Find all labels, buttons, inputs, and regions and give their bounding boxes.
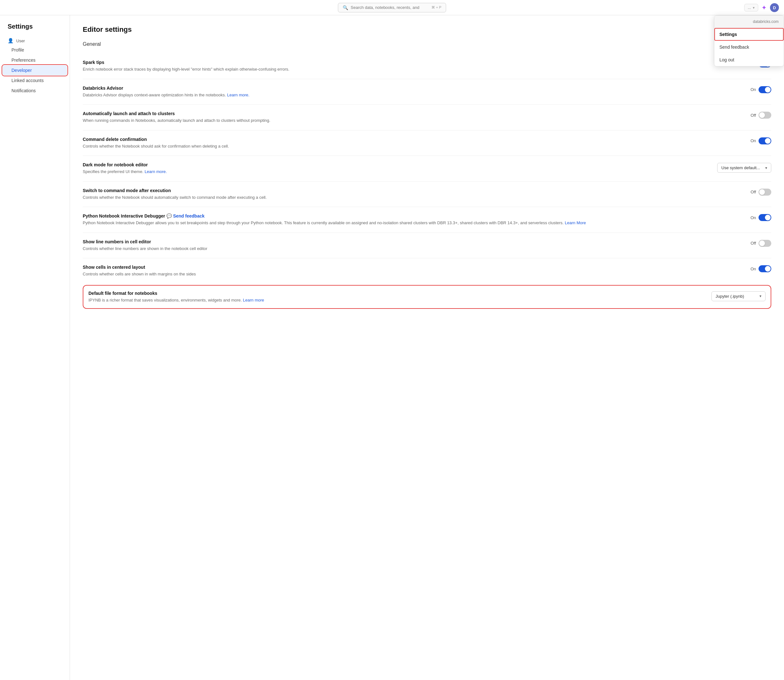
setting-desc-text: Controls whether the Notebook should ask…	[83, 144, 229, 148]
setting-title: Default file format for notebooks	[88, 291, 704, 296]
toggle-slider	[759, 137, 771, 145]
setting-title: Dark mode for notebook editor	[83, 162, 710, 167]
setting-title: Show cells in centered layout	[83, 264, 743, 270]
toggle-slider	[759, 86, 771, 93]
setting-desc-text: Controls whether the Notebook should aut…	[83, 195, 267, 200]
setting-control: Off	[751, 239, 771, 247]
setting-desc-text: Controls whether line numbers are shown …	[83, 246, 207, 251]
setting-row-centered-layout: Show cells in centered layout Controls w…	[83, 258, 771, 284]
dropdown-value: Use system default...	[721, 165, 760, 170]
setting-info: Default file format for notebooks IPYNB …	[88, 291, 704, 304]
toggle-switch[interactable]	[759, 189, 771, 195]
learn-more-link[interactable]: Learn more.	[144, 169, 167, 174]
topbar: 🔍 ⌘ + P ... ▾ ✦ D	[0, 0, 784, 15]
toggle-switch[interactable]	[759, 137, 771, 145]
setting-row-show-line-numbers: Show line numbers in cell editor Control…	[83, 233, 771, 258]
learn-more-link[interactable]: Learn more.	[227, 93, 249, 97]
setting-desc: When running commands in Notebooks, auto…	[83, 117, 743, 124]
setting-desc: Enrich notebook error stack traces by di…	[83, 66, 743, 72]
toggle-label: On	[751, 139, 756, 143]
chat-bubble-icon: 💬	[166, 213, 172, 219]
setting-title: Command delete confirmation	[83, 137, 743, 142]
toggle-switch[interactable]	[759, 112, 771, 119]
learn-more-link[interactable]: Learn More	[565, 220, 586, 225]
page-title: Editor settings	[83, 25, 771, 34]
dropdown-send-feedback[interactable]: Send feedback	[714, 41, 784, 54]
sidebar-item-notifications[interactable]: Notifications	[0, 85, 70, 96]
dropdown-settings[interactable]: Settings	[714, 28, 784, 41]
setting-desc: Controls whether the Notebook should aut…	[83, 194, 743, 201]
setting-control: Jupyter (.ipynb) ▾	[711, 291, 765, 301]
sidebar-item-developer[interactable]: Developer	[3, 65, 67, 76]
search-input[interactable]	[351, 5, 421, 10]
setting-desc-text: IPYNB is a richer format that saves visu…	[88, 298, 264, 302]
setting-info: Switch to command mode after execution C…	[83, 188, 743, 201]
user-name: ...	[748, 5, 751, 10]
toggle-label: On	[751, 266, 756, 271]
setting-control: On	[751, 213, 771, 221]
toggle-switch[interactable]	[759, 86, 771, 93]
setting-info: Databricks Advisor Databricks Advisor di…	[83, 85, 743, 98]
app-body: Settings 👤 User Profile Preferences Deve…	[0, 15, 784, 680]
dropdown-header: databricks.com	[714, 16, 784, 28]
sparkle-icon[interactable]: ✦	[761, 4, 767, 11]
toggle-slider	[759, 214, 771, 221]
setting-desc: Controls whether cells are shown in with…	[83, 271, 743, 277]
setting-info: Python Notebook Interactive Debugger 💬Se…	[83, 213, 743, 226]
setting-control: Use system default... ▾	[717, 162, 771, 173]
toggle-switch[interactable]	[759, 214, 771, 221]
user-section-icon: 👤	[8, 38, 14, 44]
setting-info: Dark mode for notebook editor Specifies …	[83, 162, 710, 175]
setting-desc: Databricks Advisor displays context-awar…	[83, 92, 743, 98]
dropdown-control[interactable]: Use system default... ▾	[717, 163, 771, 173]
search-shortcut: ⌘ + P	[431, 5, 441, 9]
setting-control: On	[751, 264, 771, 272]
setting-desc: Controls whether line numbers are shown …	[83, 246, 743, 252]
toggle-label: Off	[751, 190, 756, 194]
chevron-down-icon: ▾	[759, 294, 761, 298]
user-pill[interactable]: ... ▾	[744, 4, 758, 11]
setting-desc: Specifies the preferred UI theme. Learn …	[83, 168, 710, 175]
setting-desc-text: When running commands in Notebooks, auto…	[83, 118, 270, 123]
toggle-slider	[759, 189, 771, 195]
setting-row-databricks-advisor: Databricks Advisor Databricks Advisor di…	[83, 79, 771, 105]
learn-more-link[interactable]: Learn more	[243, 298, 264, 302]
dropdown-overlay: databricks.com Settings Send feedback Lo…	[714, 15, 784, 66]
sidebar-item-profile[interactable]: Profile	[0, 45, 70, 55]
setting-row-python-debugger: Python Notebook Interactive Debugger 💬Se…	[83, 207, 771, 233]
toggle-label: Off	[751, 113, 756, 118]
setting-desc-text: Python Notebook Interactive Debugger all…	[83, 220, 586, 225]
setting-title: Show line numbers in cell editor	[83, 239, 743, 244]
dropdown-control[interactable]: Jupyter (.ipynb) ▾	[711, 291, 765, 301]
toggle-label: On	[751, 215, 756, 220]
chevron-down-icon: ▾	[753, 6, 755, 10]
toggle-switch[interactable]	[759, 240, 771, 247]
setting-info: Show cells in centered layout Controls w…	[83, 264, 743, 277]
setting-desc: Controls whether the Notebook should ask…	[83, 143, 743, 150]
search-icon: 🔍	[343, 5, 348, 10]
send-feedback-link[interactable]: 💬Send feedback	[166, 213, 205, 219]
toggle-switch[interactable]	[759, 265, 771, 272]
dropdown-logout[interactable]: Log out	[714, 54, 784, 66]
toggle-slider	[759, 265, 771, 272]
setting-info: Spark tips Enrich notebook error stack t…	[83, 60, 743, 72]
search-bar[interactable]: 🔍 ⌘ + P	[338, 3, 446, 13]
toggle-slider	[759, 112, 771, 119]
sidebar-item-preferences[interactable]: Preferences	[0, 55, 70, 65]
topbar-right: ... ▾ ✦ D	[744, 0, 779, 15]
setting-desc-text: Specifies the preferred UI theme. Learn …	[83, 169, 167, 174]
sidebar-item-linked-accounts[interactable]: Linked accounts	[0, 76, 70, 85]
avatar[interactable]: D	[770, 3, 779, 12]
chevron-down-icon: ▾	[765, 166, 767, 170]
sidebar-section-label: User	[16, 38, 25, 43]
setting-info: Automatically launch and attach to clust…	[83, 111, 743, 124]
setting-desc-text: Controls whether cells are shown in with…	[83, 272, 196, 276]
settings-container: Spark tips Enrich notebook error stack t…	[83, 54, 771, 309]
sidebar: Settings 👤 User Profile Preferences Deve…	[0, 15, 70, 680]
toggle-label: On	[751, 87, 756, 92]
setting-desc-text: Enrich notebook error stack traces by di…	[83, 67, 289, 72]
setting-row-dark-mode: Dark mode for notebook editor Specifies …	[83, 156, 771, 181]
section-label: General	[83, 41, 771, 47]
setting-control: Off	[751, 188, 771, 195]
setting-row-auto-launch-clusters: Automatically launch and attach to clust…	[83, 104, 771, 130]
